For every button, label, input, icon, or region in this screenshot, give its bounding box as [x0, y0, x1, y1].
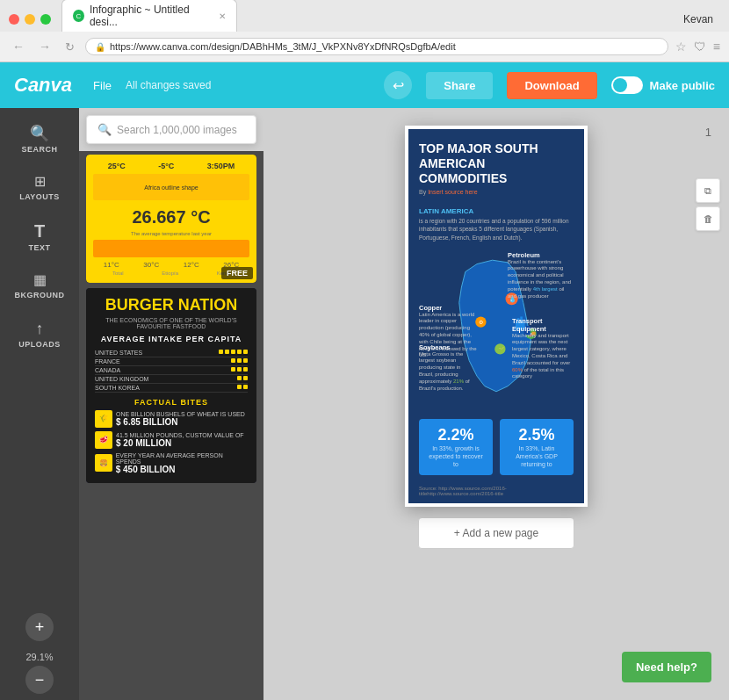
search-placeholder: Search 1,000,000 images [117, 124, 237, 136]
reload-button[interactable]: ↻ [61, 39, 78, 55]
latin-america-label: LATIN AMERICA [419, 207, 574, 215]
tab-close-icon[interactable]: ✕ [219, 11, 226, 21]
canva-logo[interactable]: Canva [14, 74, 72, 97]
templates-scroll: 25°C-5°C3:50PM Africa outline shape 26.6… [79, 151, 263, 700]
url-bar[interactable]: 🔒 https://www.canva.com/design/DABhHMs_3… [85, 38, 668, 55]
browser-chrome: C Infographic ~ Untitled desi... ✕ Kevan… [0, 0, 729, 62]
burger-table: UNITED STATES FRANCE [95, 349, 248, 393]
burger-card-title: BURGER NATION [95, 297, 248, 314]
transport-label: Transport Equipment Machinery and transp… [512, 317, 574, 381]
download-button[interactable]: Download [507, 72, 596, 99]
meat-icon: 🥩 [95, 431, 112, 449]
make-public-label: Make public [650, 79, 715, 92]
stat-pct-1: 2.2% [426, 426, 486, 444]
shield-icon[interactable]: 🛡 [694, 40, 706, 54]
burger-row-france: FRANCE [95, 357, 248, 366]
zoom-level: 29.1% [22, 648, 56, 666]
add-page-button[interactable]: + Add a new page [418, 517, 574, 549]
factual-title: FACTUAL BITES [95, 398, 248, 407]
stat-label-2: In 33%, Latin America's GDP returning to [507, 444, 567, 468]
infographic-map-section: LATIN AMERICA is a region with 20 countr… [408, 204, 584, 411]
minimize-button[interactable] [25, 14, 35, 25]
text-icon: T [34, 222, 45, 240]
menu-icon[interactable]: ≡ [713, 40, 720, 54]
share-button[interactable]: Share [426, 72, 493, 99]
copy-tool-button[interactable]: ⧉ [696, 178, 720, 203]
bottom-stats: 2.2% In 33%, growth is expected to recov… [408, 412, 584, 482]
burger-template-card[interactable]: BURGER NATION THE ECONOMICS OF ONE OF TH… [86, 288, 256, 483]
burger-row-canada: CANADA [95, 366, 248, 375]
titlebar: C Infographic ~ Untitled desi... ✕ Kevan [0, 0, 729, 32]
search-box-icon: 🔍 [97, 123, 112, 136]
petroleum-label: Petroleum Brazil is the continent's powe… [508, 251, 574, 300]
infographic-title: TOP MAJOR SOUTH AMERICAN COMMODITIES [419, 141, 574, 185]
free-badge: FREE [221, 267, 253, 279]
infographic-container[interactable]: TOP MAJOR SOUTH AMERICAN COMMODITIES By … [405, 126, 588, 507]
toggle-knob [613, 78, 627, 92]
save-status: All changes saved [126, 79, 211, 91]
sidebar-label-search: SEARCH [21, 145, 57, 154]
sidebar-item-text[interactable]: T TEXT [0, 212, 79, 263]
factual-row-3: 🍔 EVERY YEAR AN AVERAGE PERSON SPENDS $ … [95, 452, 248, 474]
infographic: TOP MAJOR SOUTH AMERICAN COMMODITIES By … [408, 129, 584, 503]
sidebar-label-bkground: BKGROUND [15, 291, 65, 299]
star-icon[interactable]: ☆ [675, 40, 687, 54]
infographic-header: TOP MAJOR SOUTH AMERICAN COMMODITIES By … [408, 129, 584, 204]
page-number: 1 [705, 126, 711, 139]
soybean-label: Soybeans Meta Grosso is the largest soyb… [419, 343, 476, 393]
active-tab[interactable]: C Infographic ~ Untitled desi... ✕ [61, 0, 237, 32]
stat-label-1: In 33%, growth is expected to recover to [426, 444, 486, 468]
templates-panel: 🔍 Search 1,000,000 images 25°C-5°C3:50PM… [79, 108, 263, 700]
browser-toolbar: ← → ↻ 🔒 https://www.canva.com/design/DAB… [0, 32, 729, 61]
ssl-lock-icon: 🔒 [95, 42, 105, 52]
infographic-footer: Source: http://www.source.com/2016-title… [408, 482, 584, 503]
close-button[interactable] [9, 14, 19, 25]
sidebar-item-uploads[interactable]: ↑ UPLOADS [0, 310, 79, 359]
infographic-by: By Insert source here [419, 189, 574, 195]
app-header: Canva File All changes saved ↩ Share Dow… [0, 62, 729, 108]
infographic-by-link[interactable]: Insert source here [428, 189, 477, 195]
latin-america-desc: is a region with 20 countries and a popu… [419, 217, 574, 241]
undo-button[interactable]: ↩ [384, 71, 412, 99]
sidebar-item-search[interactable]: 🔍 SEARCH [0, 115, 79, 164]
weather-template-card[interactable]: 25°C-5°C3:50PM Africa outline shape 26.6… [86, 155, 256, 283]
sidebar-item-bkground[interactable]: ▦ BKGROUND [0, 263, 79, 310]
burger-row-us: UNITED STATES [95, 349, 248, 357]
layouts-icon: ⊞ [34, 175, 46, 189]
weather-card: 25°C-5°C3:50PM Africa outline shape 26.6… [86, 155, 256, 283]
weather-temps-top: 25°C-5°C3:50PM [93, 162, 249, 170]
need-help-button[interactable]: Need help? [622, 652, 711, 682]
burger-row-korea: SOUTH KOREA [95, 384, 248, 393]
burger-card-subtitle: THE ECONOMICS OF ONE OF THE WORLD'S FAVO… [95, 317, 248, 329]
burger-icon: 🍔 [95, 454, 112, 472]
delete-tool-button[interactable]: 🗑 [696, 206, 720, 231]
factual-row-1: 🌾 ONE BILLION BUSHELS OF WHEAT IS USED $… [95, 410, 248, 428]
left-sidebar: 🔍 SEARCH ⊞ LAYOUTS T TEXT ▦ BKGROUND ↑ U… [0, 108, 79, 700]
map-container: 💧 ⚙ 🚚 🌱 [419, 247, 574, 408]
burger-row-uk: UNITED KINGDOM [95, 375, 248, 384]
stat-box-1: 2.2% In 33%, growth is expected to recov… [419, 419, 493, 475]
search-box[interactable]: 🔍 Search 1,000,000 images [86, 115, 256, 144]
tab-favicon: C [73, 10, 84, 22]
burger-avg-label: AVERAGE INTAKE PER CAPITA [95, 335, 248, 343]
sidebar-label-layouts: LAYOUTS [19, 192, 60, 201]
toggle-switch[interactable] [611, 76, 643, 94]
sidebar-label-uploads: UPLOADS [18, 340, 61, 349]
url-text: https://www.canva.com/design/DABhHMs_3tM… [110, 41, 456, 52]
file-menu[interactable]: File [93, 79, 112, 92]
tab-bar: C Infographic ~ Untitled desi... ✕ [61, 7, 676, 32]
factual-row-2: 🥩 41.5 MILLION POUNDS, CUSTOM VALUE OF $… [95, 431, 248, 449]
burger-card: BURGER NATION THE ECONOMICS OF ONE OF TH… [86, 288, 256, 483]
search-icon: 🔍 [30, 126, 49, 141]
zoom-minus-button[interactable]: − [25, 666, 54, 694]
zoom-plus-button[interactable]: + [25, 613, 54, 641]
sidebar-item-layouts[interactable]: ⊞ LAYOUTS [0, 164, 79, 212]
make-public-button[interactable]: Make public [611, 76, 715, 94]
stat-pct-2: 2.5% [507, 426, 567, 444]
uploads-icon: ↑ [36, 321, 44, 336]
traffic-lights [9, 14, 51, 25]
fullscreen-button[interactable] [40, 14, 51, 25]
forward-button[interactable]: → [35, 38, 54, 55]
back-button[interactable]: ← [9, 38, 28, 55]
browser-toolbar-icons: ☆ 🛡 ≡ [675, 40, 720, 54]
